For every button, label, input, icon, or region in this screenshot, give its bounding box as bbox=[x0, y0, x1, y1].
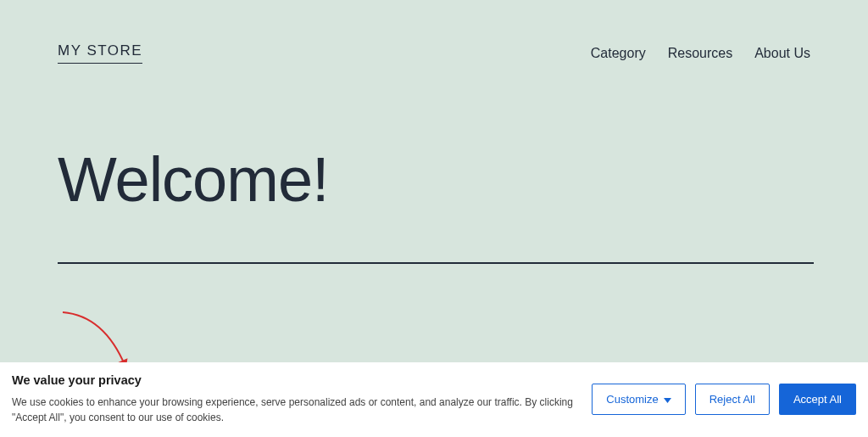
customize-button[interactable]: Customize bbox=[592, 384, 685, 415]
primary-nav: Category Resources About Us bbox=[591, 46, 810, 61]
hero-divider bbox=[58, 262, 814, 264]
caret-down-icon bbox=[664, 393, 671, 406]
nav-about-us[interactable]: About Us bbox=[754, 46, 810, 61]
reject-button-label: Reject All bbox=[709, 393, 755, 406]
accept-button-label: Accept All bbox=[793, 393, 842, 406]
header: MY STORE Category Resources About Us bbox=[0, 0, 868, 64]
cookie-banner: We value your privacy We use cookies to … bbox=[0, 362, 868, 437]
accept-all-button[interactable]: Accept All bbox=[779, 384, 856, 415]
cookie-description: We use cookies to enhance your browsing … bbox=[12, 395, 581, 426]
site-logo[interactable]: MY STORE bbox=[58, 42, 142, 64]
hero-title: Welcome! bbox=[58, 148, 810, 211]
page: MY STORE Category Resources About Us Wel… bbox=[0, 0, 868, 437]
cookie-actions: Customize Reject All Accept All bbox=[592, 384, 856, 415]
reject-all-button[interactable]: Reject All bbox=[695, 384, 770, 415]
cookie-text: We value your privacy We use cookies to … bbox=[12, 373, 581, 426]
nav-category[interactable]: Category bbox=[591, 46, 646, 61]
customize-button-label: Customize bbox=[606, 393, 658, 406]
cookie-title: We value your privacy bbox=[12, 373, 581, 387]
nav-resources[interactable]: Resources bbox=[668, 46, 732, 61]
hero-section: Welcome! bbox=[0, 64, 868, 264]
